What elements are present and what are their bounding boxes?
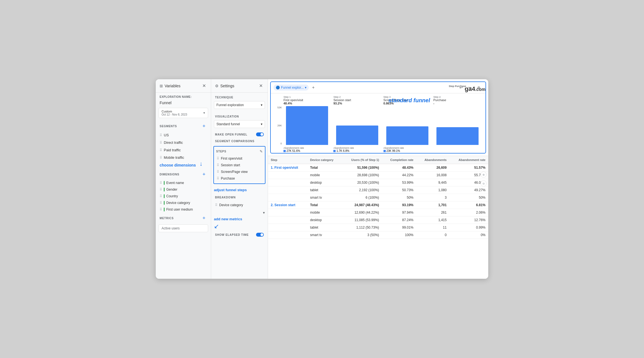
step-purchase-label: Step Purchase	[449, 85, 466, 88]
dimension-item-device-category: ⠿ Device category	[156, 200, 211, 206]
device-cell: tablet	[307, 224, 342, 231]
abandon-col-4	[432, 146, 482, 153]
variables-close-button[interactable]: ✕	[201, 83, 207, 89]
table-row: 1. First open/visit Total 51,596 (100%) …	[268, 164, 488, 172]
abandon-col-3: Abandonment rate 23K 99.1%	[382, 146, 432, 153]
abandonments-cell: 1,701	[416, 201, 449, 209]
dimension-color-bar	[164, 208, 165, 211]
add-tab-button[interactable]: +	[310, 84, 316, 91]
dimensions-list: ⠿ Event name ⠿ Gender ⠿ Country ⠿ Device…	[156, 180, 211, 213]
segment-item: ⠿ Mobile traffic	[156, 154, 211, 161]
funnel-explore-tab[interactable]: 🔵 Funnel explor... ▾	[274, 85, 309, 91]
funnel-icon: 🔵	[276, 86, 280, 90]
completion-cell: 50.73%	[382, 186, 416, 194]
show-elapsed-time-row: SHOW ELAPSED TIME	[211, 231, 268, 238]
breakdown-item-device-category: ⠿ Device category	[214, 202, 265, 208]
abandonments-cell: 11	[416, 224, 449, 231]
abandon-square-3	[384, 150, 386, 152]
step-1-rate: 48.4%	[283, 102, 331, 105]
drag-handle-icon: ⠿	[160, 208, 162, 211]
segment-item: ⠿ Direct traffic	[156, 139, 211, 146]
make-open-funnel-toggle[interactable]	[256, 132, 264, 136]
device-cell: mobile	[307, 172, 342, 179]
chevron-down-icon: ▾	[203, 111, 205, 115]
drag-handle-icon: ⠿	[217, 177, 219, 180]
segment-item: ⠿ US	[156, 131, 211, 139]
step-name-cell: 1. First open/visit	[268, 164, 307, 172]
breakdown-section: ⠿ Device category	[211, 200, 268, 210]
abandon-rate-cell: 0.99%	[449, 224, 488, 231]
abandonments-cell: 26,609	[416, 164, 449, 172]
edit-steps-icon[interactable]: ✎	[260, 149, 263, 154]
step-item-first-open: ⠿ First open/visit	[216, 155, 263, 162]
table-row: smart tv 3 (50%) 100% 0 0%	[268, 231, 488, 239]
visualization-dropdown[interactable]: Standard funnel ▾	[214, 120, 265, 128]
add-dimension-button[interactable]: +	[201, 171, 207, 177]
abandon-rate-cell: 2.06%	[449, 209, 488, 216]
col-header-abandon-rate: Abandonment rate	[449, 156, 488, 164]
table-header-row: Step Device category Users (% of Step 1)…	[268, 156, 488, 164]
bars-area: 53K 26K 0	[282, 106, 482, 145]
step-1-name: First open/visit	[283, 98, 331, 102]
drag-handle-icon: ⠿	[160, 156, 162, 160]
completion-cell: 100%	[382, 231, 416, 239]
abandonments-cell: 9,445	[416, 179, 449, 186]
settings-close-button[interactable]: ✕	[258, 83, 264, 89]
date-range-selector[interactable]: Custom Oct 12 - Nov 8, 2023 ▾	[159, 108, 208, 118]
y-label-26k: 26K	[277, 124, 282, 127]
completion-cell: 87.24%	[382, 216, 416, 224]
step-2-name: Session start	[333, 98, 381, 102]
technique-dropdown[interactable]: Funnel exploration ▾	[214, 101, 265, 109]
variables-title: ⊞ Variables	[160, 84, 180, 88]
ga4-logo: ga4.com	[465, 82, 485, 93]
completion-cell: 48.43%	[382, 164, 416, 172]
step-empty-cell	[268, 224, 307, 231]
device-cell: mobile	[307, 209, 342, 216]
scroll-down-button[interactable]: ⊖	[481, 180, 487, 186]
abandonment-row: Abandonment rate 27K 51.6% Abandonment r…	[282, 146, 482, 153]
abandon-square-2	[333, 150, 336, 152]
step-1-num: Step 1	[283, 96, 331, 98]
y-axis: 53K 26K 0	[274, 106, 282, 145]
step-2-num: Step 2	[333, 96, 381, 98]
users-cell: 11,085 (53.99%)	[342, 216, 382, 224]
segment-item: ⠿ Paid traffic	[156, 146, 211, 154]
device-cell: Total	[307, 164, 342, 172]
variables-panel: ⊞ Variables ✕ EXPLORATION NAME: Funnel C…	[156, 79, 211, 279]
drag-handle-icon: ⠿	[160, 188, 162, 191]
abandon-label-3: Abandonment rate	[384, 147, 431, 149]
col-header-step: Step	[268, 156, 307, 164]
drag-handle-icon: ⠿	[160, 133, 162, 137]
steps-header: STEPS ✎	[216, 148, 263, 155]
data-table-area[interactable]: Step Device category Users (% of Step 1)…	[268, 156, 488, 279]
step-2-rate: 93.2%	[333, 102, 381, 105]
add-segment-button[interactable]: +	[201, 123, 207, 129]
y-label-0: 0	[280, 142, 282, 145]
breakdown-label: BREAKDOWN	[211, 194, 268, 200]
completion-cell: 99.01%	[382, 224, 416, 231]
scroll-up-button[interactable]: ⊕	[481, 172, 487, 178]
abandon-value-2: 1.7K 6.8%	[333, 149, 381, 152]
abandonments-cell: 261	[416, 209, 449, 216]
step-4-rate: -	[433, 102, 481, 105]
users-cell: 6 (100%)	[342, 194, 382, 201]
col-header-users: Users (% of Step 1)	[342, 156, 382, 164]
variables-panel-header: ⊞ Variables ✕	[156, 79, 211, 93]
funnel-bar-1	[286, 106, 328, 145]
users-cell: 1,112 (50.73%)	[342, 224, 382, 231]
step-empty-cell	[268, 179, 307, 186]
step-4-header: Step 4 Purchase -	[432, 96, 482, 105]
drag-handle-icon: ⠿	[160, 148, 162, 152]
dimension-item-gender: ⠿ Gender	[156, 186, 211, 193]
step-4-num: Step 4	[433, 96, 481, 98]
col-header-device: Device category	[307, 156, 342, 164]
tab-dropdown-icon: ▾	[305, 86, 306, 90]
show-elapsed-time-toggle[interactable]	[256, 233, 264, 237]
step-2-header: Step 2 Session start 93.2%	[332, 96, 382, 105]
segments-section-header: SEGMENTS +	[156, 121, 211, 131]
funnel-bar-2	[336, 126, 378, 145]
add-metric-button[interactable]: +	[201, 215, 207, 221]
dimension-color-bar	[164, 181, 165, 185]
step-name-cell: 2. Session start	[268, 201, 307, 209]
table-row: desktop 20,530 (100%) 53.99% 9,445 46.01…	[268, 179, 488, 186]
